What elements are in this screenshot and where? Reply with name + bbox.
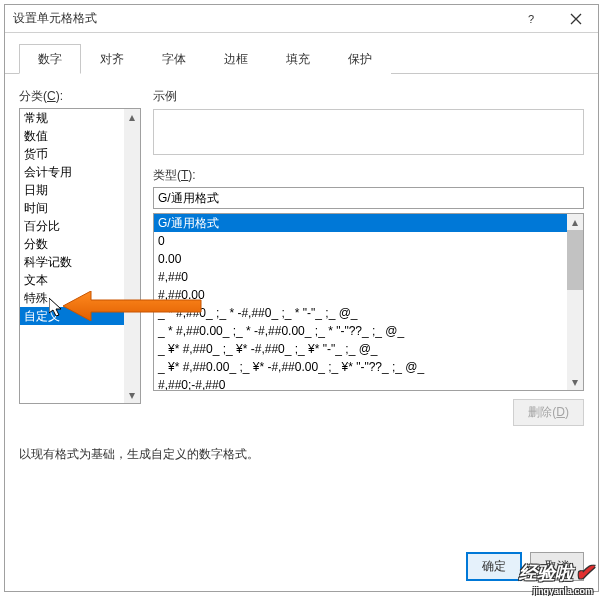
type-item[interactable]: _ * #,##0.00_ ;_ * -#,##0.00_ ;_ * "-"??… — [154, 322, 583, 340]
svg-text:?: ? — [528, 13, 534, 25]
tab-bar: 数字 对齐 字体 边框 填充 保护 — [5, 33, 598, 74]
scroll-up-icon[interactable]: ▴ — [124, 109, 140, 125]
type-item[interactable]: 0.00 — [154, 250, 583, 268]
category-listbox[interactable]: 常规 数值 货币 会计专用 日期 时间 百分比 分数 科学记数 文本 特殊 自定… — [19, 108, 141, 404]
type-item[interactable]: _ * #,##0_ ;_ * -#,##0_ ;_ * "-"_ ;_ @_ — [154, 304, 583, 322]
category-item-number[interactable]: 数值 — [20, 127, 140, 145]
category-item-currency[interactable]: 货币 — [20, 145, 140, 163]
category-item-time[interactable]: 时间 — [20, 199, 140, 217]
window-title: 设置单元格格式 — [5, 10, 508, 27]
delete-button[interactable]: 删除(D) — [513, 399, 584, 426]
type-item[interactable]: #,##0.00 — [154, 286, 583, 304]
description-text: 以现有格式为基础，生成自定义的数字格式。 — [19, 446, 584, 463]
close-button[interactable] — [553, 5, 598, 33]
type-item[interactable]: 0 — [154, 232, 583, 250]
type-label: 类型(T): — [153, 167, 584, 184]
tab-alignment[interactable]: 对齐 — [81, 44, 143, 74]
category-item-special[interactable]: 特殊 — [20, 289, 140, 307]
help-button[interactable]: ? — [508, 5, 553, 33]
type-item[interactable]: _ ¥* #,##0.00_ ;_ ¥* -#,##0.00_ ;_ ¥* "-… — [154, 358, 583, 376]
category-item-scientific[interactable]: 科学记数 — [20, 253, 140, 271]
tab-protection[interactable]: 保护 — [329, 44, 391, 74]
type-scrollbar[interactable]: ▴ ▾ — [567, 214, 583, 390]
category-scrollbar[interactable]: ▴ ▾ — [124, 109, 140, 403]
sample-label: 示例 — [153, 88, 584, 105]
cancel-button[interactable]: 取消 — [530, 552, 584, 581]
dialog-footer: 确定 取消 — [19, 538, 584, 581]
ok-button[interactable]: 确定 — [466, 552, 522, 581]
category-item-general[interactable]: 常规 — [20, 109, 140, 127]
category-item-text[interactable]: 文本 — [20, 271, 140, 289]
titlebar: 设置单元格格式 ? — [5, 5, 598, 33]
type-item[interactable]: #,##0;-#,##0 — [154, 376, 583, 391]
tab-fill[interactable]: 填充 — [267, 44, 329, 74]
category-item-date[interactable]: 日期 — [20, 181, 140, 199]
tab-number[interactable]: 数字 — [19, 44, 81, 74]
tab-border[interactable]: 边框 — [205, 44, 267, 74]
type-item[interactable]: _ ¥* #,##0_ ;_ ¥* -#,##0_ ;_ ¥* "-"_ ;_ … — [154, 340, 583, 358]
tab-font[interactable]: 字体 — [143, 44, 205, 74]
sample-box — [153, 109, 584, 155]
category-item-custom[interactable]: 自定义 — [20, 307, 140, 325]
type-listbox[interactable]: G/通用格式 0 0.00 #,##0 #,##0.00 _ * #,##0_ … — [153, 213, 584, 391]
scroll-down-icon[interactable]: ▾ — [567, 374, 583, 390]
type-item[interactable]: #,##0 — [154, 268, 583, 286]
format-cells-dialog: 设置单元格格式 ? 数字 对齐 字体 边框 填充 保护 分类(C): 常规 数值 — [4, 4, 599, 592]
dialog-body: 分类(C): 常规 数值 货币 会计专用 日期 时间 百分比 分数 科学记数 文… — [5, 74, 598, 591]
category-item-accounting[interactable]: 会计专用 — [20, 163, 140, 181]
category-item-fraction[interactable]: 分数 — [20, 235, 140, 253]
category-label: 分类(C): — [19, 88, 141, 105]
type-item[interactable]: G/通用格式 — [154, 214, 583, 232]
scroll-down-icon[interactable]: ▾ — [124, 387, 140, 403]
type-input[interactable] — [153, 187, 584, 209]
category-item-percentage[interactable]: 百分比 — [20, 217, 140, 235]
scroll-up-icon[interactable]: ▴ — [567, 214, 583, 230]
scroll-thumb[interactable] — [567, 230, 583, 290]
